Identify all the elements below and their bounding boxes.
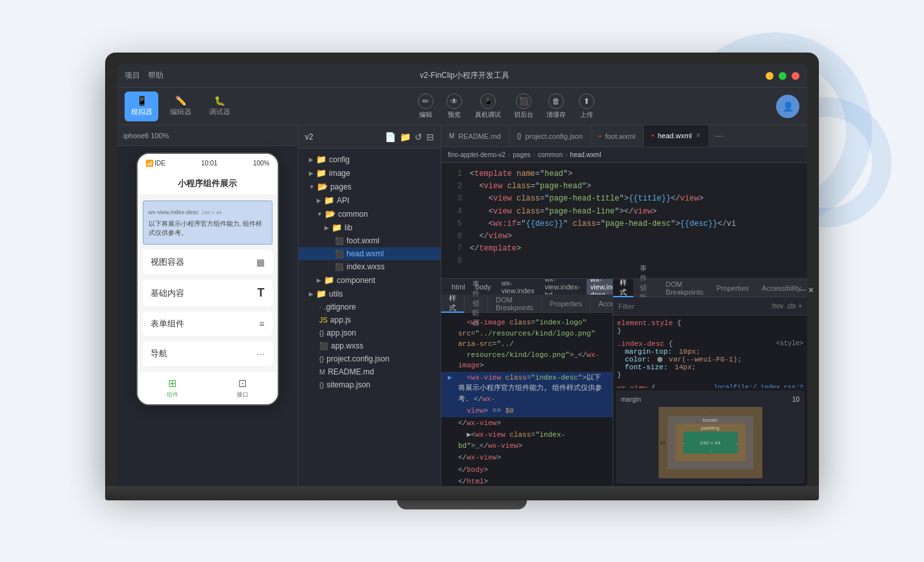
tree-item-utils[interactable]: ▶ 📁 utils: [298, 287, 441, 300]
tree-item-label: config: [329, 155, 350, 164]
new-folder-button[interactable]: 📁: [400, 132, 411, 142]
nav-components-label: 组件: [167, 391, 178, 399]
html-bc-wx-index[interactable]: wx-view.index: [498, 279, 539, 295]
tree-item-api[interactable]: ▶ 📁 API: [298, 193, 441, 207]
chevron-icon: ▶: [309, 156, 313, 163]
phone-nav-api[interactable]: ⊡ 接口: [208, 372, 278, 404]
tree-item-project-config[interactable]: {} project.config.json: [298, 352, 441, 365]
styles-filter: :hov .cls +: [613, 297, 807, 315]
refresh-button[interactable]: ↺: [415, 132, 422, 142]
toolbar-action-preview[interactable]: 👁 预览: [446, 93, 462, 119]
tree-item-config[interactable]: ▶ 📁 config: [298, 153, 441, 166]
styles-panel: 样式 事件侦听器 DOM Breakpoints P: [613, 279, 807, 486]
tree-item-gitignore[interactable]: · .gitignore: [298, 300, 441, 313]
phone-section-2[interactable]: 表单组件 ≡: [143, 312, 273, 336]
styles-tab-dom[interactable]: DOM Breakpoints: [659, 279, 710, 297]
bottom-tab-properties[interactable]: Properties: [542, 295, 590, 313]
tree-item-lib[interactable]: ▶ 📁 lib: [298, 221, 441, 234]
laptop-foot: [397, 500, 527, 509]
tree-item-component[interactable]: ▶ 📁 component: [298, 273, 441, 287]
bottom-tab-dom-breakpoints[interactable]: DOM Breakpoints: [488, 295, 542, 313]
padding-left-value: -: [683, 440, 685, 446]
bottom-tab-event-listeners[interactable]: 事件侦听器: [465, 295, 488, 313]
tab-foot-wxml[interactable]: ▪ foot.wxml: [591, 125, 644, 147]
source-link[interactable]: localfile:/.index.css:2: [714, 384, 803, 388]
phone-section-3[interactable]: 导航 ···: [143, 341, 273, 366]
phone-nav-components[interactable]: ⊞ 组件: [138, 372, 208, 404]
tab-readme-icon: M: [449, 132, 454, 140]
tab-more-button[interactable]: ···: [709, 130, 728, 142]
bottom-code-view[interactable]: <wx-image class="index-logo" src="../res…: [441, 313, 613, 486]
code-text: view> == $0: [458, 406, 514, 417]
code-line-4: 4 <view class="page-head-line"></view>: [441, 206, 807, 218]
device-debug-label: 真机调试: [475, 110, 501, 119]
phone-section-1[interactable]: 基础内容 T: [143, 280, 273, 306]
toolbar-action-device-debug[interactable]: 📱 真机调试: [475, 93, 501, 119]
toolbar-action-background[interactable]: ⬛ 切后台: [514, 93, 533, 119]
tab-project-config[interactable]: {} project.config.json: [509, 125, 591, 147]
toolbar-action-clear-cache[interactable]: 🗑 清缓存: [546, 93, 566, 119]
tree-item-head-wxml[interactable]: ⬛ head.wxml: [298, 247, 441, 260]
tree-item-foot-wxml[interactable]: ⬛ foot.wxml: [298, 234, 441, 247]
code-line-6: 6 </view>: [441, 230, 807, 243]
window-close-button[interactable]: [792, 72, 799, 80]
toolbar-editor-button[interactable]: ✏️ 编辑器: [164, 92, 197, 121]
code-text: </html>: [458, 476, 488, 486]
collapse-button[interactable]: ⊟: [426, 132, 434, 142]
filter-hover-btn[interactable]: :hov: [771, 302, 783, 310]
bottom-tab-accessibility[interactable]: Accessibility: [590, 295, 613, 313]
tree-item-index-wxss[interactable]: ⬛ index.wxss: [298, 260, 441, 273]
tree-item-readme[interactable]: M README.md: [298, 365, 441, 378]
padding-bottom-value: -: [709, 448, 711, 454]
html-bc-html[interactable]: html: [448, 282, 469, 291]
file-tree-header: v2 📄 📁 ↺ ⊟: [298, 125, 441, 149]
tab-head-wxml[interactable]: ▪ head.wxml ✕: [644, 125, 709, 147]
toolbar-action-upload[interactable]: ⬆ 上传: [579, 93, 594, 119]
code-content: </template>: [470, 243, 521, 255]
phone-title-bar: 小程序组件展示 ··· ✕: [138, 172, 278, 195]
style-close: }: [617, 327, 803, 335]
tree-item-app-js[interactable]: JS app.js: [298, 313, 441, 326]
properties-tab-label: Properties: [716, 284, 749, 292]
panel-header: iphone6 100%: [117, 125, 298, 146]
tree-item-sitemap[interactable]: {} sitemap.json: [298, 378, 441, 391]
tree-item-pages[interactable]: ▼ 📂 pages: [298, 180, 441, 193]
window-minimize-button[interactable]: [766, 72, 773, 80]
styles-filter-input[interactable]: [618, 302, 766, 310]
phone-frame: 📶 IDE 10:01 100% 小程序组件展示 ··· ✕: [136, 153, 279, 406]
prop-name: margin-top:: [625, 348, 672, 356]
tree-item-common[interactable]: ▼ 📂 common: [298, 207, 441, 221]
tree-item-app-wxss[interactable]: ⬛ app.wxss: [298, 339, 441, 352]
code-content: <view class="page-head-line"></view>: [470, 206, 657, 218]
menu-item-project[interactable]: 项目: [125, 70, 140, 81]
code-editor[interactable]: 1 <template name="head"> 2 <view: [441, 163, 807, 278]
edit-label: 编辑: [419, 110, 432, 119]
window-maximize-button[interactable]: [779, 72, 786, 80]
style-source: <style>: [776, 340, 803, 347]
menu-item-help[interactable]: 帮助: [148, 70, 164, 81]
bottom-tab-styles[interactable]: 样式: [441, 295, 465, 313]
tab-wxml-active-icon: ▪: [651, 132, 654, 139]
styles-tab-properties[interactable]: Properties: [710, 279, 755, 297]
new-file-button[interactable]: 📄: [385, 132, 396, 142]
styles-tab-styles[interactable]: 样式: [613, 279, 633, 297]
toolbar-simulator-button[interactable]: 📱 模拟器: [125, 92, 158, 121]
filter-add-btn[interactable]: +: [798, 302, 802, 310]
filter-cls-btn[interactable]: .cls: [786, 302, 796, 310]
filter-buttons: :hov .cls +: [771, 302, 802, 310]
code-content: </view>: [470, 230, 512, 243]
tab-close-button[interactable]: ✕: [696, 132, 701, 139]
code-line-8: 8: [441, 255, 807, 267]
nav-api-icon: ⊡: [238, 377, 247, 389]
phone-section-0[interactable]: 视图容器 ▦: [143, 250, 273, 275]
style-prop-color: color: var(--weui-FG-1);: [617, 356, 803, 363]
style-selector-index-desc: .index-desc { <style>: [617, 340, 803, 348]
folder-icon: 📁: [316, 289, 326, 299]
toolbar-debugger-button[interactable]: 🐛 调试器: [202, 92, 236, 121]
tree-item-image[interactable]: ▶ 📁 image: [298, 166, 441, 180]
styles-tab-event[interactable]: 事件侦听器: [633, 279, 659, 297]
toolbar-action-edit[interactable]: ✏ 编辑: [418, 93, 433, 119]
tab-readme[interactable]: M README.md: [441, 125, 509, 147]
user-avatar[interactable]: 👤: [776, 95, 799, 118]
tree-item-app-json[interactable]: {} app.json: [298, 326, 441, 339]
